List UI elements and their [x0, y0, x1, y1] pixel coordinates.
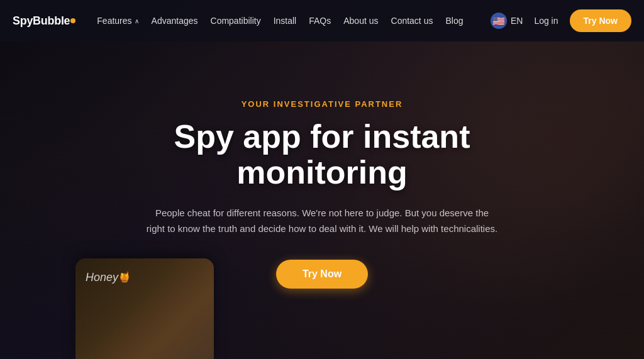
login-button[interactable]: Log in — [530, 16, 562, 26]
nav-install[interactable]: Install — [267, 16, 303, 26]
nav-advantages[interactable]: Advantages — [145, 16, 204, 26]
hero-eyebrow: YOUR INVESTIGATIVE PARTNER — [242, 99, 403, 109]
navbar: SpyBubble Features ∧ Advantages Compatib… — [0, 0, 644, 41]
hero-description: People cheat for different reasons. We'r… — [146, 206, 498, 237]
nav-features[interactable]: Features ∧ — [91, 16, 145, 26]
nav-compatibility[interactable]: Compatibility — [204, 16, 267, 26]
nav-try-now-button[interactable]: Try Now — [570, 9, 631, 32]
nav-blog[interactable]: Blog — [439, 16, 469, 26]
chevron-down-icon: ∧ — [135, 18, 139, 25]
hero-cta-button[interactable]: Try Now — [276, 260, 368, 289]
nav-links: Features ∧ Advantages Compatibility Inst… — [91, 16, 491, 26]
flag-icon: 🇺🇸 — [491, 13, 507, 29]
nav-right: 🇺🇸 EN Log in Try Now — [491, 9, 631, 32]
brand-name: SpyBubble — [13, 14, 70, 28]
hero-content: YOUR INVESTIGATIVE PARTNER Spy app for i… — [0, 0, 644, 359]
logo[interactable]: SpyBubble — [13, 14, 75, 28]
nav-contact[interactable]: Contact us — [385, 16, 440, 26]
brand-dot — [70, 18, 75, 23]
language-selector[interactable]: 🇺🇸 EN — [491, 13, 523, 29]
language-code: EN — [511, 16, 523, 26]
nav-faqs[interactable]: FAQs — [303, 16, 337, 26]
hero-title: Spy app for instant monitoring — [86, 119, 558, 191]
nav-about[interactable]: About us — [337, 16, 384, 26]
